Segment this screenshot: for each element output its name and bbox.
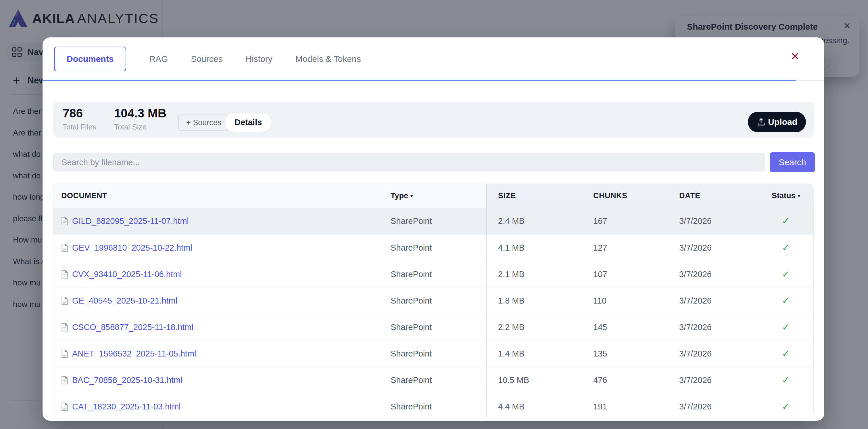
sort-arrow-icon: ▾ xyxy=(410,193,413,199)
table-row[interactable]: GILD_882095_2025-11-07.html SharePoint 2… xyxy=(54,208,813,234)
search-input[interactable] xyxy=(53,153,765,171)
document-type: SharePoint xyxy=(391,393,432,417)
add-sources-button[interactable]: + Sources xyxy=(178,115,229,131)
table-row[interactable]: CAT_18230_2025-11-03.html SharePoint 4.4… xyxy=(54,393,813,417)
total-size-stat: 104.3 MB Total Size xyxy=(114,107,166,132)
tab-history[interactable]: History xyxy=(245,54,272,64)
table-row[interactable]: GE_40545_2025-10-21.html SharePoint 1.8 … xyxy=(54,287,813,314)
tab-rag[interactable]: RAG xyxy=(149,54,168,64)
column-header-size[interactable]: SIZE xyxy=(498,184,516,208)
upload-icon xyxy=(756,117,766,126)
table-body: GILD_882095_2025-11-07.html SharePoint 2… xyxy=(54,208,813,417)
modal-close-icon[interactable]: ✕ xyxy=(790,50,800,63)
document-type: SharePoint xyxy=(391,314,432,340)
document-chunks: 191 xyxy=(593,393,607,417)
document-link[interactable]: CVX_93410_2025-11-06.html xyxy=(72,269,182,279)
file-icon xyxy=(61,297,68,305)
document-date: 3/7/2026 xyxy=(679,208,712,234)
document-chunks: 476 xyxy=(593,367,607,393)
column-header-date[interactable]: DATE xyxy=(679,184,701,208)
file-icon xyxy=(61,244,68,252)
document-link[interactable]: GEV_1996810_2025-10-22.html xyxy=(72,243,192,253)
document-size: 2.4 MB xyxy=(498,208,525,234)
sort-arrow-icon: ▾ xyxy=(798,193,800,199)
document-size: 2.2 MB xyxy=(498,314,525,340)
status-check-icon: ✓ xyxy=(770,367,802,393)
column-header-status-label: Status xyxy=(772,191,796,200)
total-size-value: 104.3 MB xyxy=(114,107,166,120)
document-date: 3/7/2026 xyxy=(679,314,712,340)
document-type: SharePoint xyxy=(391,261,432,287)
status-check-icon: ✓ xyxy=(770,234,802,261)
document-link[interactable]: ANET_1596532_2025-11-05.html xyxy=(72,349,196,359)
document-size: 1.8 MB xyxy=(498,287,525,314)
file-icon xyxy=(61,323,68,332)
tab-sources[interactable]: Sources xyxy=(191,54,222,64)
tabs-active-underline xyxy=(42,80,796,81)
file-icon xyxy=(61,217,68,225)
column-divider xyxy=(486,184,487,417)
document-chunks: 167 xyxy=(593,208,607,234)
document-date: 3/7/2026 xyxy=(679,287,712,314)
screen: AKILAANALYTICS Nav + New Are therAre the… xyxy=(0,0,868,429)
column-header-type[interactable]: Type ▾ xyxy=(391,184,413,208)
status-check-icon: ✓ xyxy=(770,208,802,234)
search-button[interactable]: Search xyxy=(770,152,815,172)
document-date: 3/7/2026 xyxy=(679,261,712,287)
tab-models-tokens[interactable]: Models & Tokens xyxy=(296,54,361,64)
document-size: 4.4 MB xyxy=(498,393,525,417)
document-link[interactable]: GILD_882095_2025-11-07.html xyxy=(72,217,189,226)
document-chunks: 107 xyxy=(593,261,607,287)
modal-header: DocumentsRAGSourcesHistoryModels & Token… xyxy=(42,37,824,81)
file-icon xyxy=(61,376,68,384)
stats-bar: 786 Total Files 104.3 MB Total Size + So… xyxy=(53,102,814,138)
document-link[interactable]: CSCO_858877_2025-11-18.html xyxy=(72,322,193,332)
document-link[interactable]: GE_40545_2025-10-21.html xyxy=(72,296,177,306)
table-header-shade xyxy=(486,184,813,208)
document-size: 10.5 MB xyxy=(498,367,529,393)
table-row[interactable]: BAC_70858_2025-10-31.html SharePoint 10.… xyxy=(54,367,813,393)
file-icon xyxy=(61,270,68,279)
document-type: SharePoint xyxy=(391,367,432,393)
table-row[interactable]: CVX_93410_2025-11-06.html SharePoint 2.1… xyxy=(54,261,813,287)
document-size: 1.4 MB xyxy=(498,340,525,367)
column-header-chunks[interactable]: CHUNKS xyxy=(593,184,627,208)
document-type: SharePoint xyxy=(391,340,432,367)
documents-table: DOCUMENT Type ▾ SIZE CHUNKS DATE Status … xyxy=(53,183,814,417)
tabs-underline-rest xyxy=(796,80,824,81)
document-date: 3/7/2026 xyxy=(679,340,712,367)
total-files-label: Total Files xyxy=(63,122,96,132)
tab-documents[interactable]: Documents xyxy=(54,47,126,72)
file-icon xyxy=(61,403,68,411)
status-check-icon: ✓ xyxy=(770,340,802,367)
upload-button[interactable]: Upload xyxy=(748,112,806,132)
column-header-document[interactable]: DOCUMENT xyxy=(61,184,107,208)
document-size: 2.1 MB xyxy=(498,261,525,287)
status-check-icon: ✓ xyxy=(770,314,802,340)
table-row[interactable]: GEV_1996810_2025-10-22.html SharePoint 4… xyxy=(54,234,813,261)
table-header: DOCUMENT Type ▾ SIZE CHUNKS DATE Status … xyxy=(54,184,813,208)
document-date: 3/7/2026 xyxy=(679,234,712,261)
document-date: 3/7/2026 xyxy=(679,367,712,393)
status-check-icon: ✓ xyxy=(770,393,802,417)
document-chunks: 145 xyxy=(593,314,607,340)
status-check-icon: ✓ xyxy=(770,261,802,287)
document-type: SharePoint xyxy=(391,208,432,234)
total-size-label: Total Size xyxy=(114,122,166,132)
column-header-status[interactable]: Status ▾ xyxy=(772,184,800,208)
document-chunks: 110 xyxy=(593,287,607,314)
table-row[interactable]: CSCO_858877_2025-11-18.html SharePoint 2… xyxy=(54,314,813,340)
total-files-stat: 786 Total Files xyxy=(63,107,96,132)
total-files-value: 786 xyxy=(63,107,96,120)
details-button[interactable]: Details xyxy=(225,113,272,132)
document-type: SharePoint xyxy=(391,287,432,314)
modal-tabs: DocumentsRAGSourcesHistoryModels & Token… xyxy=(54,47,361,72)
document-link[interactable]: BAC_70858_2025-10-31.html xyxy=(72,375,183,385)
document-chunks: 127 xyxy=(593,234,607,261)
column-header-type-label: Type xyxy=(391,191,408,200)
document-link[interactable]: CAT_18230_2025-11-03.html xyxy=(72,402,181,411)
table-row[interactable]: ANET_1596532_2025-11-05.html SharePoint … xyxy=(54,340,813,367)
status-check-icon: ✓ xyxy=(770,287,802,314)
document-chunks: 135 xyxy=(593,340,607,367)
document-date: 3/7/2026 xyxy=(679,393,712,417)
